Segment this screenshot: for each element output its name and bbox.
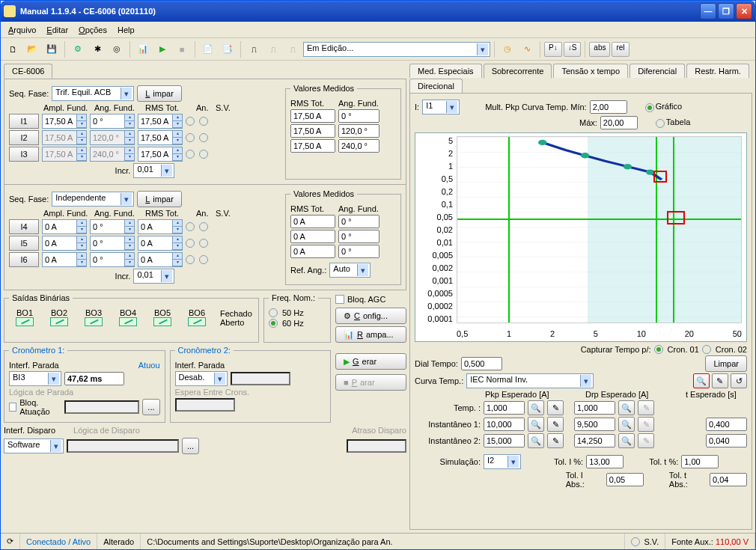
i1-amp[interactable]: 17,50 A▴▾ xyxy=(42,114,87,129)
mode-combo[interactable]: Em Edição... xyxy=(303,42,490,57)
menu-opcoes[interactable]: Opções xyxy=(79,25,107,34)
refresh-icon[interactable]: ↺ xyxy=(731,373,747,388)
cron1-sel[interactable]: BI3 xyxy=(9,371,61,386)
i1-ang[interactable]: 0 °▴▾ xyxy=(90,114,135,129)
stop-icon[interactable]: ■ xyxy=(173,40,191,58)
inst2-pkp[interactable] xyxy=(484,434,525,447)
i2-amp[interactable]: 17,50 A▴▾ xyxy=(42,130,87,145)
chart-icon[interactable]: 📊 xyxy=(134,40,152,58)
cron02-radio[interactable] xyxy=(702,345,711,354)
parar-button[interactable]: ■ Parar xyxy=(335,374,406,391)
refang-combo[interactable]: Auto xyxy=(329,263,371,278)
tab-restr[interactable]: Restr. Harm. xyxy=(686,64,749,78)
brush1-icon[interactable]: ✎ xyxy=(547,400,564,415)
i3-rms[interactable]: 17,50 A▴▾ xyxy=(138,147,183,162)
seqfase1-combo[interactable]: Trif. Equil. ACB xyxy=(52,86,134,101)
status-conn: Conectado / Ativo xyxy=(20,534,97,549)
bo1-switch[interactable] xyxy=(16,317,34,326)
i5-button[interactable]: I5 xyxy=(9,236,39,251)
target-icon[interactable]: ◎ xyxy=(108,40,126,58)
close-button[interactable]: ✕ xyxy=(736,3,752,19)
report-icon[interactable]: 📄 xyxy=(199,40,217,58)
play-icon[interactable]: ▶ xyxy=(153,40,171,58)
p-button[interactable]: P↓ xyxy=(544,42,562,57)
rel-button[interactable]: rel xyxy=(612,42,629,57)
limpar2-button[interactable]: Limpar xyxy=(137,191,182,207)
minimize-button[interactable]: — xyxy=(700,3,716,19)
tab-sobre[interactable]: Sobrecorrente xyxy=(484,64,552,79)
toolbar: 🗋 📂 💾 ⚙ ✱ ◎ 📊 ▶ ■ 📄 📑 ⎍ ⎍ ⎍ Em Edição...… xyxy=(1,38,755,61)
tab-dif[interactable]: Diferencial xyxy=(630,64,685,78)
wave2-icon[interactable]: ⎍ xyxy=(264,40,282,58)
incr2-combo[interactable]: 0,01 xyxy=(133,269,174,284)
tabela-radio[interactable] xyxy=(656,119,665,128)
chart[interactable]: 5210,50,20,10,050,020,010,0050,0020,0010… xyxy=(415,132,747,342)
limpar-right-button[interactable]: Limpar xyxy=(705,355,747,372)
bo3-switch[interactable] xyxy=(85,317,103,326)
freq50-radio[interactable] xyxy=(269,308,278,317)
i2-button[interactable]: I2 xyxy=(9,130,39,145)
bo5-switch[interactable] xyxy=(153,317,171,326)
wave3-icon[interactable]: ⎍ xyxy=(284,40,302,58)
i1-an-radio[interactable] xyxy=(186,117,195,126)
config-button[interactable]: ⚙ Config... xyxy=(335,308,406,324)
bloqagc-check[interactable] xyxy=(335,295,344,304)
s-button[interactable]: ↓S xyxy=(564,42,582,57)
wave1-icon[interactable]: ⎍ xyxy=(245,40,263,58)
hard-icon[interactable]: ⚙ xyxy=(69,40,87,58)
cron1-more-button[interactable]: ... xyxy=(142,399,159,415)
i-combo[interactable]: I1 xyxy=(422,100,460,114)
bo4-switch[interactable] xyxy=(119,317,137,326)
interf-disp-combo[interactable]: Software xyxy=(4,439,64,453)
i3-button[interactable]: I3 xyxy=(9,147,39,162)
clock-icon[interactable]: ◷ xyxy=(499,40,516,58)
bo2-switch[interactable] xyxy=(50,317,68,326)
open-icon[interactable]: 📂 xyxy=(23,40,41,58)
dial-input[interactable] xyxy=(461,357,502,370)
sine-icon[interactable]: ∿ xyxy=(518,40,536,58)
menu-arquivo[interactable]: AArquivorquivo xyxy=(8,25,36,34)
i1-button[interactable]: I1 xyxy=(9,114,39,129)
network-icon[interactable]: ✱ xyxy=(88,40,106,58)
i1-sv-radio[interactable] xyxy=(199,117,208,126)
i1-rms[interactable]: 17,50 A▴▾ xyxy=(138,114,183,129)
tab-dir[interactable]: Direcional xyxy=(409,79,463,93)
tab-ce6006[interactable]: CE-6006 xyxy=(4,64,52,79)
inst1-pkp[interactable] xyxy=(484,418,525,431)
grafico-radio[interactable] xyxy=(645,103,654,112)
tab-tensao[interactable]: Tensão x tempo xyxy=(553,64,628,78)
seqfase2-combo[interactable]: Independente xyxy=(52,192,134,207)
cron01-radio[interactable] xyxy=(654,345,663,354)
i2-rms[interactable]: 17,50 A▴▾ xyxy=(138,130,183,145)
save-icon[interactable]: 💾 xyxy=(43,40,61,58)
sim-combo[interactable]: I2 xyxy=(484,454,521,469)
curva-combo[interactable]: IEC Normal Inv. xyxy=(466,373,594,388)
menubar: AArquivorquivo Editar Opções Help xyxy=(1,22,755,38)
bloq-atua-check[interactable] xyxy=(9,403,16,412)
freq60-radio[interactable] xyxy=(269,319,278,328)
i4-button[interactable]: I4 xyxy=(9,219,39,234)
brush-icon[interactable]: ✎ xyxy=(712,373,728,388)
i3-ang[interactable]: 240,0 °▴▾ xyxy=(90,147,135,162)
menu-help[interactable]: Help xyxy=(118,25,135,34)
abs-button[interactable]: abs xyxy=(589,42,610,57)
incr1-combo[interactable]: 0,01 xyxy=(133,163,174,178)
i2-ang[interactable]: 120,0 °▴▾ xyxy=(90,130,135,145)
i3-amp[interactable]: 17,50 A▴▾ xyxy=(42,147,87,162)
gerar-button[interactable]: ▶ Gerar xyxy=(335,353,406,370)
rampa-button[interactable]: 📊 Rampa... xyxy=(335,326,406,343)
maximize-button[interactable]: ❐ xyxy=(718,3,734,19)
zoom1-icon[interactable]: 🔍 xyxy=(528,400,544,415)
cron2-sel[interactable]: Desab. xyxy=(175,371,228,386)
bo6-switch[interactable] xyxy=(188,317,206,326)
mult-min-input[interactable] xyxy=(590,100,627,114)
zoom-icon[interactable]: 🔍 xyxy=(693,373,710,388)
export-icon[interactable]: 📑 xyxy=(219,40,237,58)
menu-editar[interactable]: Editar xyxy=(46,25,68,34)
temp-pkp[interactable] xyxy=(484,401,525,415)
mult-max-input[interactable] xyxy=(600,116,638,129)
limpar1-button[interactable]: Limpar xyxy=(137,85,182,102)
new-icon[interactable]: 🗋 xyxy=(4,40,22,58)
i6-button[interactable]: I6 xyxy=(9,252,39,267)
tab-med[interactable]: Med. Especiais xyxy=(409,64,482,78)
